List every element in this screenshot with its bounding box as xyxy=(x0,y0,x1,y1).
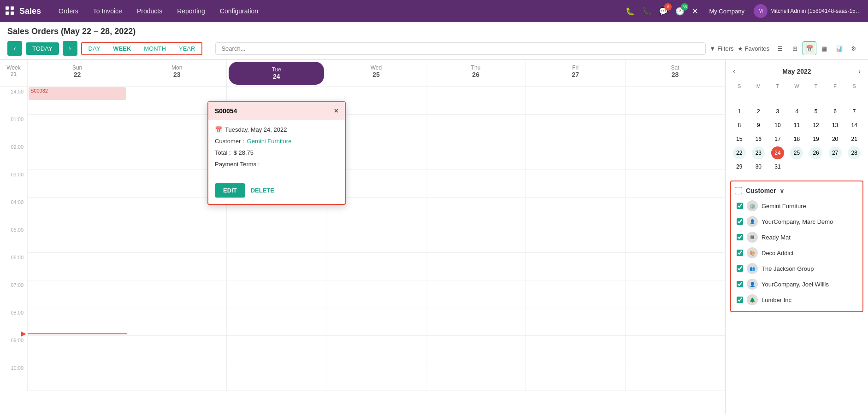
cell-hour7-day6[interactable] xyxy=(626,280,725,308)
mini-cal-day[interactable]: 15 xyxy=(733,133,746,146)
mini-cal-day[interactable]: 4 xyxy=(790,105,803,118)
filter-checkbox-4[interactable] xyxy=(737,265,743,272)
cell-hour5-day6[interactable] xyxy=(626,225,725,253)
debug-icon[interactable]: 🐛 xyxy=(624,5,637,17)
mini-cal-next[interactable]: › xyxy=(856,66,863,76)
mini-cal-day[interactable]: 19 xyxy=(809,133,822,146)
cell-hour4-day6[interactable] xyxy=(626,198,725,225)
cell-hour7-day5[interactable] xyxy=(526,280,626,308)
event-s00032[interactable]: S00032 xyxy=(29,87,126,100)
filter-item[interactable]: 👤YourCompany, Joel Willis xyxy=(735,276,859,292)
settings-icon[interactable]: ✕ xyxy=(690,5,700,17)
nav-to-invoice[interactable]: To Invoice xyxy=(87,5,129,17)
chat-icon[interactable]: 💬 6 xyxy=(657,5,670,17)
cell-hour10-day4[interactable] xyxy=(426,363,526,391)
mini-cal-day[interactable]: 8 xyxy=(733,119,746,132)
cell-hour5-day1[interactable] xyxy=(127,225,227,253)
cell-hour1-day0[interactable] xyxy=(28,115,127,142)
period-day[interactable]: DAY xyxy=(82,43,107,54)
chart-view-button[interactable]: 📊 xyxy=(832,41,846,55)
activity-icon[interactable]: 🕐 35 xyxy=(673,5,686,17)
day-sun22[interactable]: Sun 22 xyxy=(28,60,127,87)
mini-cal-day[interactable]: 20 xyxy=(829,133,842,146)
mini-cal-day[interactable]: 22 xyxy=(733,146,746,159)
cell-hour8-day4[interactable] xyxy=(426,308,526,336)
cell-hour10-day1[interactable] xyxy=(127,363,227,391)
cell-hour9-day4[interactable] xyxy=(426,336,526,363)
mini-cal-day[interactable]: 7 xyxy=(848,105,861,118)
mini-cal-day[interactable]: 27 xyxy=(829,146,842,159)
cell-hour1-day4[interactable] xyxy=(426,115,526,142)
grid-view-button[interactable]: ▦ xyxy=(817,41,831,55)
nav-reporting[interactable]: Reporting xyxy=(171,5,212,17)
cell-hour10-day0[interactable] xyxy=(28,363,127,391)
filter-chevron[interactable]: ∨ xyxy=(779,187,784,194)
filter-item[interactable]: 🏛Ready Mat xyxy=(735,229,859,245)
mini-cal-day[interactable]: 10 xyxy=(771,119,784,132)
filter-checkbox-6[interactable] xyxy=(737,297,743,303)
prev-button[interactable]: ‹ xyxy=(7,41,22,56)
cell-hour7-day1[interactable] xyxy=(127,280,227,308)
cell-hour6-day3[interactable] xyxy=(326,253,426,280)
cell-hour9-day2[interactable] xyxy=(227,336,326,363)
mini-cal-day[interactable]: 26 xyxy=(809,146,822,159)
day-tue24[interactable]: Tue 24 xyxy=(229,62,325,85)
nav-products[interactable]: Products xyxy=(130,5,169,17)
cell-hour5-day5[interactable] xyxy=(526,225,626,253)
favorites-button[interactable]: ★ Favorites xyxy=(738,45,769,52)
cell-hour6-day0[interactable] xyxy=(28,253,127,280)
cell-hour9-day0[interactable] xyxy=(28,336,127,363)
mini-cal-day[interactable]: 9 xyxy=(752,119,765,132)
mini-cal-day[interactable]: 12 xyxy=(809,119,822,132)
app-brand[interactable]: Sales xyxy=(19,6,41,16)
cell-hour8-day6[interactable] xyxy=(626,308,725,336)
filter-item[interactable]: 👥The Jackson Group xyxy=(735,261,859,276)
filter-button[interactable]: ▼ Filters xyxy=(709,45,733,52)
nav-orders[interactable]: Orders xyxy=(52,5,85,17)
mini-cal-day[interactable]: 3 xyxy=(771,105,784,118)
cell-hour0-day4[interactable] xyxy=(426,87,526,115)
cell-hour6-day4[interactable] xyxy=(426,253,526,280)
mini-cal-day[interactable]: 14 xyxy=(848,119,861,132)
period-year[interactable]: YEAR xyxy=(172,43,201,54)
kanban-view-button[interactable]: ⊞ xyxy=(788,41,802,55)
filter-item[interactable]: 👤YourCompany, Marc Demo xyxy=(735,214,859,229)
cell-hour7-day2[interactable] xyxy=(227,280,326,308)
filter-checkbox-2[interactable] xyxy=(737,234,743,240)
mini-cal-day[interactable]: 11 xyxy=(790,119,803,132)
user-menu[interactable]: M Mitchell Admin (15804148-saas-15-1-all xyxy=(754,4,862,18)
grid-icon[interactable] xyxy=(6,6,14,16)
period-week[interactable]: WEEK xyxy=(106,43,137,54)
cell-hour2-day4[interactable] xyxy=(426,142,526,170)
mini-cal-day[interactable]: 23 xyxy=(752,146,765,159)
delete-button[interactable]: DELETE xyxy=(251,187,274,194)
mini-cal-day[interactable]: 16 xyxy=(752,133,765,146)
cell-hour3-day6[interactable] xyxy=(626,170,725,198)
mini-cal-day[interactable]: 6 xyxy=(829,105,842,118)
filter-item[interactable]: 🏢Gemini Furniture xyxy=(735,198,859,214)
period-month[interactable]: MONTH xyxy=(137,43,172,54)
mini-cal-day[interactable]: 29 xyxy=(733,160,746,173)
cell-hour2-day0[interactable] xyxy=(28,142,127,170)
mini-cal-day[interactable]: 24 xyxy=(771,146,784,159)
filter-checkbox-1[interactable] xyxy=(737,218,743,225)
cell-hour10-day5[interactable] xyxy=(526,363,626,391)
cell-hour8-day2[interactable] xyxy=(227,308,326,336)
cell-hour1-day6[interactable] xyxy=(626,115,725,142)
filter-checkbox-3[interactable] xyxy=(737,250,743,256)
mini-cal-day[interactable]: 1 xyxy=(733,105,746,118)
cell-hour1-day5[interactable] xyxy=(526,115,626,142)
day-sat28[interactable]: Sat 28 xyxy=(626,60,725,87)
cell-hour6-day1[interactable] xyxy=(127,253,227,280)
edit-button[interactable]: EDIT xyxy=(215,183,245,198)
cell-hour9-day5[interactable] xyxy=(526,336,626,363)
search-input[interactable] xyxy=(215,42,706,55)
phone-icon[interactable]: 📞 xyxy=(640,5,653,17)
cell-hour9-day6[interactable] xyxy=(626,336,725,363)
cell-hour4-day5[interactable] xyxy=(526,198,626,225)
day-wed25[interactable]: Wed 25 xyxy=(326,60,426,87)
cell-hour10-day6[interactable] xyxy=(626,363,725,391)
mini-cal-day[interactable]: 18 xyxy=(790,133,803,146)
mini-cal-day[interactable]: 21 xyxy=(848,133,861,146)
cell-hour3-day0[interactable] xyxy=(28,170,127,198)
